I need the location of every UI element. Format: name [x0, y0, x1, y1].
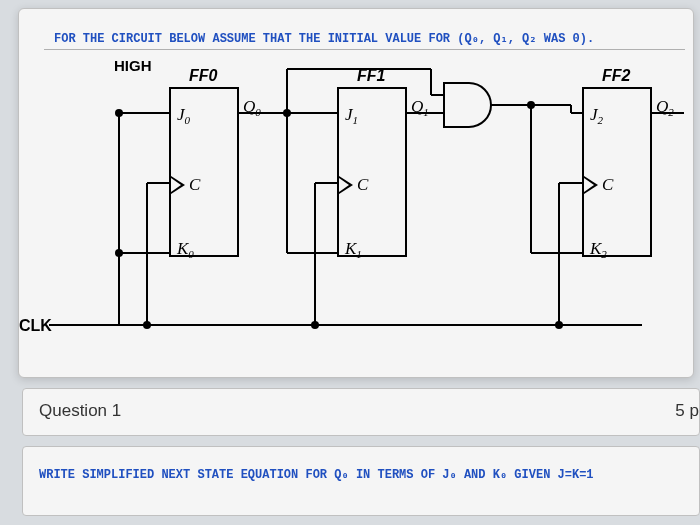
c2-pin: C [602, 175, 613, 195]
ff2-label: FF2 [602, 67, 630, 85]
flipflop-0: FF0 J0 C K0 Q0 [169, 87, 239, 257]
q1-pin: Q1 [411, 97, 429, 118]
flipflop-2: FF2 J2 C K2 Q2 [582, 87, 652, 257]
flipflop-1: FF1 J1 C K1 Q1 [337, 87, 407, 257]
answer-prompt-text: WRITE SIMPLIFIED NEXT STATE EQUATION FOR… [39, 468, 594, 482]
instruction-text: FOR THE CIRCUIT BELOW ASSUME THAT THE IN… [54, 31, 594, 46]
question-points: 5 p [675, 401, 699, 421]
c1-pin: C [357, 175, 368, 195]
svg-point-5 [115, 249, 123, 257]
j2-pin: J2 [590, 105, 603, 126]
svg-point-4 [115, 109, 123, 117]
question-panel: Question 1 5 p [22, 388, 700, 436]
c0-pin: C [189, 175, 200, 195]
circuit-diagram: HIGH CLK FF0 J0 C K0 Q0 FF1 J1 C K1 Q1 F… [19, 57, 693, 377]
ff1-label: FF1 [357, 67, 385, 85]
q0-pin: Q0 [243, 97, 261, 118]
k1-pin: K1 [345, 239, 362, 260]
ff0-label: FF0 [189, 67, 217, 85]
clk-label: CLK [19, 317, 52, 335]
divider [44, 49, 685, 50]
svg-point-8 [143, 321, 151, 329]
svg-point-29 [555, 321, 563, 329]
q2-pin: Q2 [656, 97, 674, 118]
circuit-panel: FOR THE CIRCUIT BELOW ASSUME THAT THE IN… [18, 8, 694, 378]
high-label: HIGH [114, 57, 152, 74]
answer-prompt-panel: WRITE SIMPLIFIED NEXT STATE EQUATION FOR… [22, 446, 700, 516]
j0-pin: J0 [177, 105, 190, 126]
j1-pin: J1 [345, 105, 358, 126]
question-title: Question 1 [39, 401, 121, 420]
svg-point-15 [311, 321, 319, 329]
k2-pin: K2 [590, 239, 607, 260]
k0-pin: K0 [177, 239, 194, 260]
